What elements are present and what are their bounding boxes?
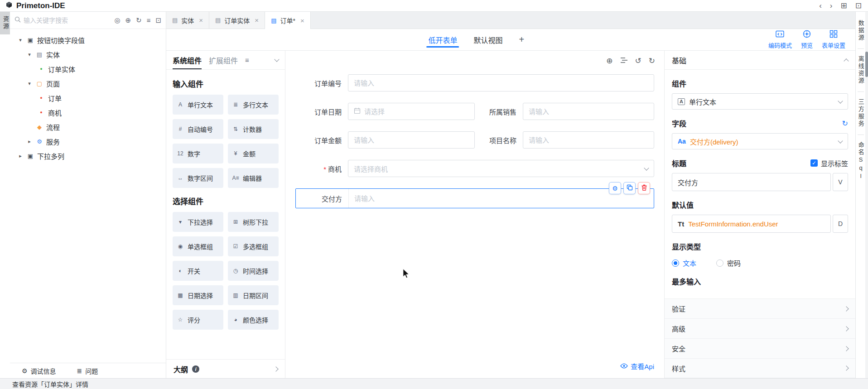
form-field-project[interactable]: 项目名称 — [475, 131, 654, 149]
order-no-input-field[interactable] — [354, 79, 648, 87]
order-date-picker[interactable] — [348, 103, 475, 120]
component-select[interactable]: A 单行文本 — [672, 93, 848, 110]
scrollbar[interactable] — [865, 12, 868, 378]
filter-icon[interactable]: ≡ — [147, 17, 151, 24]
order-no-input[interactable] — [348, 74, 654, 91]
palette-item-counter[interactable]: ⇅计数器 — [228, 119, 279, 139]
palette-item-amount[interactable]: ¥金额 — [228, 144, 279, 163]
default-value-box[interactable]: Tt — [672, 215, 831, 233]
tree-item-order-page[interactable]: ● 订单 — [10, 91, 166, 105]
display-type-text-radio[interactable]: 文本 — [672, 258, 696, 268]
palette-item-single-line-text[interactable]: A单行文本 — [173, 95, 223, 115]
history-back-icon[interactable]: ‹ — [819, 2, 822, 10]
undo-icon[interactable]: ↺ — [635, 57, 641, 65]
add-view-button[interactable]: + — [519, 34, 525, 45]
delivery-input-field[interactable] — [354, 195, 648, 202]
scrollbar-thumb[interactable] — [865, 52, 868, 77]
doc-tab-entity[interactable]: ▤ 实体 × — [166, 12, 209, 29]
tree-item-opportunity-page[interactable]: ● 商机 — [10, 105, 166, 120]
opportunity-select[interactable]: 请选择商机 — [348, 160, 654, 177]
tree-item-dropdown-multicolumn[interactable]: ▸ ▣ 下拉多列 — [10, 149, 166, 163]
palette-item-number[interactable]: 12数字 — [173, 144, 223, 163]
section-advanced[interactable]: 高级 — [665, 318, 855, 338]
section-style[interactable]: 样式 — [665, 358, 855, 378]
caret-down-icon[interactable]: ▾ — [17, 37, 24, 43]
resource-search-input[interactable] — [24, 17, 111, 24]
default-value-input[interactable] — [688, 220, 825, 228]
debug-info-tab[interactable]: ⚙ 调试信息 — [22, 366, 56, 375]
caret-down-icon[interactable]: ▾ — [26, 81, 33, 86]
sales-input-field[interactable] — [529, 108, 648, 115]
datasource-dock-tab[interactable]: 数据源 — [857, 15, 863, 46]
view-api-link[interactable]: 查看Api — [620, 361, 664, 378]
offline-resources-dock-tab[interactable]: 离线资源 — [857, 51, 863, 89]
tab-extension-components[interactable]: 扩展组件 — [209, 51, 238, 69]
caret-right-icon[interactable]: ▸ — [17, 153, 24, 159]
title-variable-button[interactable]: V — [833, 173, 848, 191]
project-input[interactable] — [523, 131, 654, 149]
outline-bar[interactable]: 大纲 i — [166, 359, 285, 378]
form-settings-button[interactable]: 表单设置 — [822, 30, 845, 49]
delivery-input[interactable] — [348, 189, 654, 208]
tree-item-entities[interactable]: ▾ ▤ 实体 — [10, 47, 166, 62]
palette-menu-icon[interactable]: ≡ — [245, 56, 249, 64]
new-resource-icon[interactable]: ⊕ — [125, 17, 131, 24]
palette-item-color-picker[interactable]: ◕颜色选择 — [228, 310, 279, 330]
palette-item-number-range[interactable]: ↔数字区间 — [173, 168, 223, 188]
web-icon[interactable]: ⊕ — [606, 57, 612, 65]
palette-item-rating[interactable]: ☆评分 — [173, 310, 223, 330]
history-forward-icon[interactable]: › — [830, 2, 833, 10]
close-tab-icon[interactable]: × — [300, 17, 304, 24]
expand-outline-icon[interactable] — [273, 366, 278, 371]
tree-item-services[interactable]: ▸ ⚙ 服务 — [10, 134, 166, 149]
thirdparty-services-dock-tab[interactable]: 三方服务 — [857, 94, 863, 132]
collapse-section-icon[interactable] — [844, 58, 849, 63]
split-view-icon[interactable]: ⊞ — [841, 2, 847, 10]
field-select[interactable]: Aa 交付方(delivery) — [672, 133, 848, 149]
delete-field-button[interactable] — [638, 182, 650, 194]
caret-right-icon[interactable]: ▸ — [26, 139, 33, 144]
project-input-field[interactable] — [529, 136, 648, 144]
problems-tab[interactable]: ≣ 问题 — [77, 366, 98, 375]
resources-dock-tab[interactable]: 资源 — [0, 12, 10, 34]
form-field-opportunity[interactable]: *商机 请选择商机 — [295, 160, 654, 177]
redo-icon[interactable]: ↻ — [649, 57, 655, 65]
section-security[interactable]: 安全 — [665, 338, 855, 358]
tree-item-button-switch-field[interactable]: ▾ ▣ 按钮切换字段值 — [10, 33, 166, 47]
tab-default-view[interactable]: 默认视图 — [474, 29, 503, 50]
palette-item-checkbox-group[interactable]: ☑多选框组 — [228, 236, 279, 256]
collapse-palette-icon[interactable] — [274, 57, 279, 62]
doc-tab-order-active[interactable]: ▤ 订单* × — [265, 12, 311, 29]
tab-lowcode-form[interactable]: 低开表单 — [429, 29, 458, 50]
sales-input[interactable] — [523, 103, 654, 120]
palette-item-date-picker[interactable]: ▦日期选择 — [173, 285, 223, 305]
form-field-order-no[interactable]: 订单编号 — [295, 74, 654, 91]
palette-item-time-picker[interactable]: ◷时间选择 — [228, 261, 279, 281]
copy-field-button[interactable] — [623, 182, 636, 194]
window-layout-icon[interactable]: ⊡ — [855, 2, 862, 10]
palette-item-date-range[interactable]: ▥日期区间 — [228, 285, 279, 305]
form-field-amount[interactable]: 订单金额 — [295, 131, 475, 149]
amount-input[interactable] — [348, 131, 475, 149]
palette-item-switch[interactable]: ◐开关 — [173, 261, 223, 281]
named-sql-dock-tab[interactable]: 命名Sql — [857, 137, 863, 185]
form-field-delivery-selected[interactable]: 交付方 ⚙ — [295, 188, 654, 208]
form-field-sales[interactable]: 所属销售 — [475, 103, 654, 120]
order-date-input-field[interactable] — [364, 108, 469, 115]
section-validation[interactable]: 验证 — [665, 298, 855, 318]
field-settings-button[interactable]: ⚙ — [609, 182, 621, 194]
locate-icon[interactable]: ⊡ — [155, 17, 161, 24]
code-mode-button[interactable]: 编码模式 — [768, 30, 792, 49]
show-label-checkbox[interactable]: ✓ 显示标签 — [810, 158, 848, 168]
caret-down-icon[interactable]: ▾ — [26, 52, 33, 58]
palette-item-editor[interactable]: A≡编辑器 — [228, 168, 279, 188]
tree-item-pages[interactable]: ▾ ▢ 页面 — [10, 76, 166, 91]
tree-item-process[interactable]: ◆ 流程 — [10, 120, 166, 134]
selected-component-box[interactable]: 交付方 ⚙ — [295, 188, 654, 208]
close-tab-icon[interactable]: × — [199, 16, 203, 24]
outline-view-icon[interactable] — [620, 57, 628, 65]
props-header[interactable]: 基础 — [665, 51, 855, 70]
palette-item-multi-line-text[interactable]: ≣多行文本 — [228, 95, 279, 115]
default-dynamic-button[interactable]: D — [833, 215, 848, 233]
preview-button[interactable]: 预览 — [801, 30, 813, 49]
